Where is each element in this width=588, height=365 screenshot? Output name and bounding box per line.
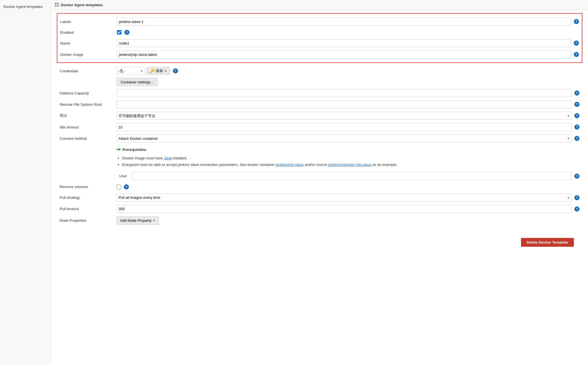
usage-help-icon[interactable]: ? — [574, 113, 579, 118]
name-row: Name ? — [57, 37, 582, 49]
pull-strategy-control: Pull all images every time ▼ ? — [116, 194, 579, 202]
connect-method-control: Attach Docker container ▼ ? — [116, 134, 579, 142]
idle-timeout-label: Idle timeout — [60, 125, 116, 129]
usage-select[interactable]: 尽可能的使用这个节点 — [116, 112, 572, 120]
credentials-select[interactable]: -无- — [116, 67, 145, 75]
grid-icon — [55, 2, 59, 8]
remote-file-system-root-row: Remote File System Root ? — [57, 99, 582, 110]
prereq-2-text-before: Entrypoint must be able to accept jenkin… — [122, 163, 276, 167]
usage-row: 用法 尽可能的使用这个节点 ▼ ? — [57, 110, 582, 121]
prerequisites-list: Docker image must have Java installed. E… — [116, 155, 579, 168]
remote-fs-root-help-icon[interactable]: ? — [574, 102, 579, 107]
idle-timeout-input[interactable] — [116, 123, 572, 131]
svg-rect-3 — [57, 5, 59, 7]
idle-timeout-row: Idle timeout ? — [57, 121, 582, 133]
prereq-2-text-middle: and/or source — [304, 163, 328, 167]
name-input[interactable] — [117, 39, 571, 47]
section-header: Docker Agent templates — [51, 0, 588, 10]
highlighted-section: Labels ? Enabled ? Name — [57, 13, 582, 63]
credentials-add-arrow-icon: ▼ — [164, 69, 167, 73]
remote-file-system-root-control: ? — [116, 100, 579, 108]
credentials-select-wrap: -无- ▼ — [116, 67, 145, 75]
remove-volumes-checkbox[interactable] — [116, 185, 121, 189]
connect-method-help-icon[interactable]: ? — [574, 136, 579, 141]
labels-row: Labels ? — [57, 16, 582, 27]
credentials-add-button[interactable]: 🔑 添加 ▼ — [147, 67, 170, 75]
credentials-help-icon[interactable]: ? — [173, 68, 178, 73]
list-item: Entrypoint must be able to accept jenkin… — [122, 161, 579, 168]
docker-image-input[interactable] — [117, 50, 571, 58]
java-link[interactable]: Java — [164, 156, 171, 160]
connect-method-label: Connect method — [60, 136, 116, 141]
pull-timeout-help-icon[interactable]: ? — [574, 206, 579, 212]
idle-timeout-help-icon[interactable]: ? — [574, 125, 579, 130]
user-text-label: User — [119, 174, 131, 178]
connect-method-row: Connect method Attach Docker container ▼… — [57, 133, 582, 144]
container-settings-label: Container settings... — [121, 80, 154, 84]
labels-help-icon[interactable]: ? — [574, 19, 579, 24]
docker-jnlp-slave-link[interactable]: jenkinsci/docker-jnlp-slave — [328, 163, 371, 167]
name-help-icon[interactable]: ? — [574, 41, 579, 46]
form-container: Labels ? Enabled ? Name — [51, 10, 588, 258]
node-properties-control: Add Node Property ▼ — [116, 216, 579, 225]
user-row: User ? — [57, 170, 582, 182]
credentials-inner: -无- ▼ 🔑 添加 ▼ — [116, 67, 170, 75]
sidebar-item-docker-agent-templates[interactable]: Docker Agent templates — [0, 3, 51, 10]
docker-image-row: Docker Image ? — [57, 49, 582, 60]
pull-strategy-select[interactable]: Pull all images every time — [116, 194, 572, 202]
credentials-label: Credentials — [60, 69, 116, 73]
enabled-row: Enabled ? — [57, 27, 582, 37]
main-content: Docker Agent templates Labels ? Enabled — [51, 0, 588, 365]
list-item: Docker image must have Java installed. — [122, 155, 579, 161]
svg-rect-0 — [55, 3, 57, 4]
svg-rect-1 — [57, 3, 59, 4]
add-node-property-button[interactable]: Add Node Property ▼ — [116, 216, 159, 225]
pull-strategy-label: Pull strategy — [60, 195, 116, 200]
pull-timeout-control: ? — [116, 205, 579, 213]
remove-volumes-label: Remove volumes — [60, 185, 116, 189]
name-label: Name — [60, 41, 117, 45]
container-settings-row: Container settings... — [57, 77, 582, 87]
docker-image-control: ? — [117, 50, 579, 58]
prereq-1-text-before: Docker image must have — [122, 156, 164, 160]
labels-control: ? — [117, 18, 579, 26]
pull-strategy-help-icon[interactable]: ? — [574, 195, 579, 200]
credentials-add-label: 添加 — [156, 68, 163, 73]
instance-capacity-input[interactable] — [116, 89, 572, 97]
remote-file-system-root-input[interactable] — [116, 100, 572, 108]
jnlp-slave-link[interactable]: jenkins/jnlp-slave — [276, 163, 304, 167]
delete-button-label: Delete Docker Template — [527, 240, 568, 244]
labels-input[interactable] — [117, 18, 571, 26]
idle-timeout-control: ? — [116, 123, 579, 131]
enabled-checkbox[interactable] — [117, 30, 122, 35]
pull-strategy-row: Pull strategy Pull all images every time… — [57, 192, 582, 203]
instance-capacity-label: Instance Capacity — [60, 91, 116, 95]
remove-volumes-row: Remove volumes ? — [57, 182, 582, 192]
delete-docker-template-button[interactable]: Delete Docker Template — [521, 238, 574, 247]
remove-volumes-help-icon[interactable]: ? — [124, 184, 129, 189]
connect-method-select-wrapper: Attach Docker container ▼ — [116, 134, 572, 142]
name-control: ? — [117, 39, 579, 47]
labels-label: Labels — [60, 20, 117, 24]
usage-select-wrapper: 尽可能的使用这个节点 ▼ — [116, 112, 572, 120]
prerequisites-title: Prerequisites: — [122, 147, 147, 152]
remote-file-system-root-label: Remote File System Root — [60, 102, 116, 107]
user-control: User ? — [119, 172, 579, 180]
user-input[interactable] — [132, 172, 572, 180]
docker-image-help-icon[interactable]: ? — [574, 52, 579, 57]
node-properties-row: Node Properties Add Node Property ▼ — [57, 215, 582, 227]
pull-timeout-row: Pull timeout ? — [57, 203, 582, 215]
remove-volumes-control: ? — [116, 184, 579, 189]
prerequisites-arrow-icon: ➡ — [116, 146, 121, 153]
connect-method-select[interactable]: Attach Docker container — [116, 134, 572, 142]
user-help-icon[interactable]: ? — [574, 174, 579, 179]
prerequisites-section: ➡ Prerequisites: Docker image must have … — [57, 144, 582, 170]
instance-capacity-control: ? — [116, 89, 579, 97]
pull-timeout-input[interactable] — [116, 205, 572, 213]
instance-capacity-help-icon[interactable]: ? — [574, 90, 579, 96]
usage-label: 用法 — [60, 113, 116, 118]
container-settings-button[interactable]: Container settings... — [116, 78, 158, 86]
pull-timeout-label: Pull timeout — [60, 207, 116, 211]
credentials-control: -无- ▼ 🔑 添加 ▼ ? — [116, 67, 579, 75]
enabled-help-icon[interactable]: ? — [124, 30, 129, 35]
